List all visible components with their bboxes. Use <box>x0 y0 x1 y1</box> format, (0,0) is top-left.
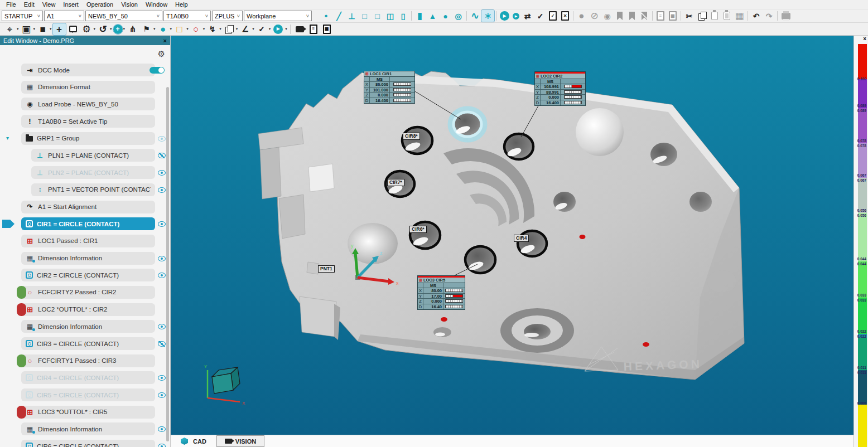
cad-viewport[interactable]: y z x Y X HEXAGON CIR8*CIR7*CIR6*CIR4PNT… <box>171 36 853 435</box>
visibility-eye-icon[interactable] <box>158 375 166 381</box>
command-item[interactable]: CIR1 = CIRCLE (CONTACT) <box>21 217 155 230</box>
curve-feature-icon[interactable]: ∿ <box>469 10 481 22</box>
notch-feature-icon[interactable]: ▯ <box>397 10 409 22</box>
active-tip-combo[interactable]: T1A0B0 <box>163 11 211 21</box>
visibility-eye-icon[interactable] <box>158 221 166 227</box>
command-item[interactable]: Dimension Information <box>21 252 155 265</box>
auto-feature-icon[interactable]: ∗ <box>481 10 494 22</box>
command-item[interactable]: Dimension Format <box>21 81 155 94</box>
torus-feature-icon[interactable]: ◎ <box>452 10 465 22</box>
paste-icon[interactable] <box>711 12 718 20</box>
panel-scrollbar[interactable] <box>166 87 169 441</box>
paste-special-icon[interactable] <box>724 12 730 20</box>
point-feature-icon[interactable]: • <box>320 10 332 22</box>
command-item[interactable]: Load Probe - NEW5_BY_50 <box>21 98 155 110</box>
bookmark-icon[interactable] <box>617 12 623 20</box>
stop-disabled-icon[interactable]: ⊘ <box>588 10 601 22</box>
menu-item[interactable]: Window <box>142 1 171 8</box>
cone-feature-icon[interactable]: ▲ <box>426 10 439 22</box>
execute-from-cursor-icon[interactable]: ▶ <box>513 13 519 20</box>
alignment-combo[interactable]: STARTUP <box>2 11 43 21</box>
report-window-icon[interactable]: ≡ <box>657 11 664 21</box>
settings-gear-icon[interactable]: ⚙ <box>158 49 165 59</box>
menu-item[interactable]: View <box>38 1 60 8</box>
workplane-combo[interactable]: Workplane <box>244 11 312 21</box>
command-item[interactable]: DCC Mode <box>21 64 155 76</box>
redo-icon[interactable]: ↷ <box>763 10 775 22</box>
visibility-eye-icon[interactable] <box>158 341 166 347</box>
menu-item[interactable]: File <box>2 1 20 8</box>
dropdown-caret-icon[interactable]: ▾ <box>186 27 189 31</box>
dropdown-caret-icon[interactable]: ▾ <box>219 27 221 31</box>
visibility-eye-icon[interactable] <box>158 273 166 278</box>
feature-tag[interactable]: CIR8* <box>403 133 420 140</box>
dropdown-caret-icon[interactable]: ▾ <box>285 27 287 31</box>
dropdown-caret-icon[interactable]: ▾ <box>50 27 52 31</box>
orientation-cube[interactable]: Y X <box>204 364 245 406</box>
command-item[interactable]: Dimension Information <box>21 320 155 333</box>
line-feature-icon[interactable]: ╱ <box>332 10 345 22</box>
command-item[interactable]: LOC3 *OUTTOL* : CIR5 <box>21 406 155 419</box>
feature-tag[interactable]: CIR6* <box>409 226 427 233</box>
command-item[interactable]: PNT1 = VECTOR POINT (CONTACT) <box>31 183 155 196</box>
command-item[interactable]: LOC1 Passed : CIR1 <box>21 235 155 247</box>
selected-circle-highlight[interactable] <box>450 109 485 140</box>
execute-program-icon[interactable]: ▶ <box>500 11 509 21</box>
loop-icon[interactable]: ⇄ <box>521 10 534 22</box>
menu-item[interactable]: Insert <box>59 1 83 8</box>
print-icon[interactable] <box>782 13 790 20</box>
command-item[interactable]: CIR5 = CIRCLE (CONTACT) <box>21 388 155 401</box>
cad-3d-view[interactable]: y z x Y X HEXAGON <box>171 36 853 435</box>
report-template-icon[interactable]: ▦ <box>669 11 677 21</box>
command-item[interactable]: LOC2 *OUTTOL* : CIR2 <box>21 303 155 316</box>
command-item[interactable]: FCFCIRTY1 Passed : CIR3 <box>21 354 155 367</box>
command-item[interactable]: T1A0B0 = Set Active Tip <box>21 115 155 128</box>
bookmark-insert-icon[interactable] <box>629 12 635 20</box>
menu-item[interactable]: Edit <box>20 1 38 8</box>
visibility-eye-icon[interactable] <box>158 324 166 329</box>
probe-branch-icon[interactable]: ⋔ <box>126 23 139 35</box>
shaded-view-icon[interactable]: ■ <box>36 23 49 35</box>
live-display-icon[interactable]: ≡ <box>310 25 317 34</box>
circle-feature-icon[interactable]: □ <box>358 10 371 22</box>
summary-grid-icon[interactable]: ▦ <box>733 10 746 22</box>
dropdown-caret-icon[interactable]: ▾ <box>33 27 36 31</box>
dropdown-caret-icon[interactable]: ▾ <box>17 27 19 31</box>
gage-window-icon[interactable]: □ <box>173 23 186 35</box>
probe-mode-icon[interactable]: ⌖ <box>3 23 16 35</box>
command-item[interactable]: FCFCIRTY2 Passed : CIR2 <box>21 286 155 299</box>
menu-item[interactable]: Vision <box>117 1 142 8</box>
expand-arrow-icon[interactable]: ▾ <box>6 135 9 141</box>
visibility-eye-icon[interactable] <box>158 426 166 432</box>
gage-circle-icon[interactable]: ○ <box>190 23 202 35</box>
move-probe-icon[interactable]: + <box>113 25 123 34</box>
command-item[interactable]: CIR3 = CIRCLE (CONTACT) <box>21 337 155 350</box>
dcc-mode-toggle[interactable] <box>150 67 165 74</box>
tab-cad[interactable]: CAD <box>171 435 216 447</box>
visibility-eye-icon[interactable] <box>158 444 166 447</box>
dimension-label-loc1[interactable]: LOC1 CIR1 MS X 80.000 Y 101.000 <box>364 71 415 104</box>
dropdown-caret-icon[interactable]: ▾ <box>203 27 205 31</box>
menu-item[interactable]: Operation <box>83 1 117 8</box>
goto-icon[interactable]: ◉ <box>601 10 614 22</box>
feature-tag[interactable]: PNT1 <box>318 265 335 273</box>
dimension-label-loc3[interactable]: LOC3 CIR5 MS X 80.00 Y 17.00 <box>417 275 465 310</box>
round-slot-icon[interactable]: □ <box>371 10 384 22</box>
workplane-axis-combo[interactable]: ZPLUS <box>212 11 243 21</box>
command-item[interactable]: A1 = Start Alignment <box>21 201 155 213</box>
mini-execute-icon[interactable]: ▶ <box>273 25 283 34</box>
quick-path-icon[interactable]: ↯ <box>206 23 219 35</box>
visibility-eye-icon[interactable] <box>158 187 166 193</box>
square-slot-icon[interactable]: ◫ <box>384 10 397 22</box>
plane-feature-icon[interactable]: ⊥ <box>345 10 358 22</box>
verify-report-icon[interactable]: ✓ <box>549 11 557 21</box>
mark-done-icon[interactable]: ✓ <box>534 10 547 22</box>
rotate-view-icon[interactable]: ↺ <box>97 23 109 35</box>
visibility-eye-icon[interactable] <box>158 153 166 158</box>
command-item[interactable]: CIR4 = CIRCLE (CONTACT) <box>21 371 155 384</box>
command-item[interactable]: PLN2 = PLANE (CONTACT) <box>31 166 155 179</box>
feature-based-icon[interactable]: ⚑ <box>140 23 153 35</box>
dropdown-caret-icon[interactable]: ▾ <box>170 27 172 31</box>
dropdown-caret-icon[interactable]: ▾ <box>236 27 238 31</box>
visibility-eye-icon[interactable] <box>158 170 166 176</box>
